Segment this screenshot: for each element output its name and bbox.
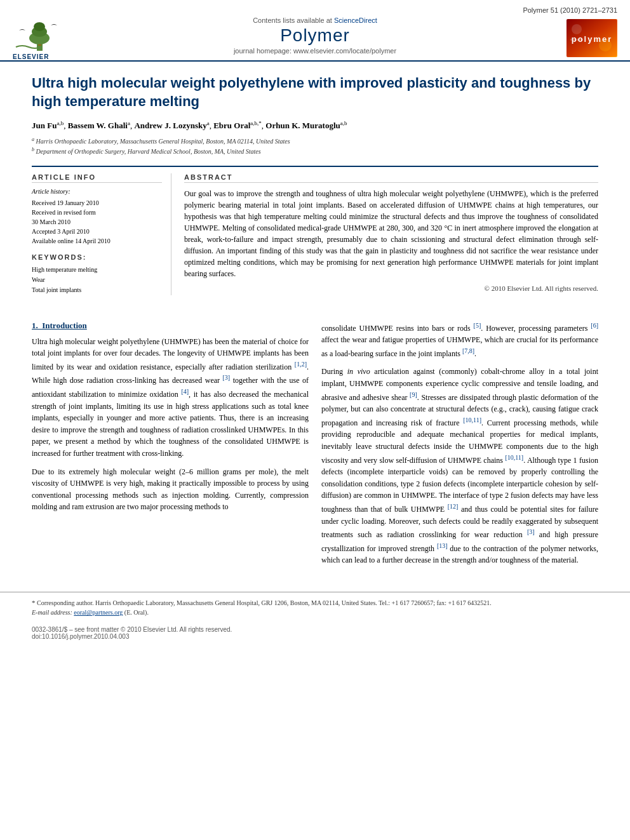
ref-5: [5]	[474, 322, 481, 329]
affiliation-a: a Harris Orthopaedic Laboratory, Massach…	[32, 136, 598, 146]
author-andrew: Andrew J. Lozynsky	[134, 121, 206, 131]
journal-header: Polymer 51 (2010) 2721–2731	[0, 0, 630, 62]
sciencedirect-line: Contents lists available at ScienceDirec…	[83, 17, 547, 24]
keywords-section: Keywords: High temperature melting Wear …	[32, 253, 162, 295]
ref-6: [6]	[591, 322, 598, 329]
email-link[interactable]: eoral@partners.org	[74, 609, 123, 616]
abstract-text: Our goal was to improve the strength and…	[184, 188, 598, 279]
article-history: Article history: Received 19 January 201…	[32, 187, 162, 246]
ref-1-2: [1,2]	[295, 361, 307, 368]
keywords-list: High temperature melting Wear Total join…	[32, 265, 162, 295]
ref-10-11: [10,11]	[463, 417, 481, 423]
journal-center: Contents lists available at ScienceDirec…	[70, 17, 560, 55]
right-para-1: consolidate UHMWPE resins into bars or r…	[321, 321, 598, 360]
elsevier-tree-icon	[13, 19, 67, 52]
author-jun-fu: Jun Fu	[32, 121, 57, 131]
ref-4: [4]	[181, 388, 189, 395]
authors-line: Jun Fua,b, Bassem W. Ghalia, Andrew J. L…	[32, 119, 598, 132]
svg-point-6	[572, 24, 582, 34]
article-info-abstract: ARTICLE INFO Article history: Received 1…	[32, 166, 598, 295]
abstract-col: ABSTRACT Our goal was to improve the str…	[184, 173, 598, 295]
footer-doi: doi:10.1016/j.polymer.2010.04.003	[32, 633, 598, 640]
elsevier-label: ELSEVIER	[13, 53, 49, 60]
right-para-2: During in vivo articulation against (com…	[321, 366, 598, 566]
footer: 0032-3861/$ – see front matter © 2010 El…	[0, 623, 630, 643]
email-note: E-mail address: eoral@partners.org (E. O…	[32, 608, 598, 617]
ref-12: [12]	[448, 503, 459, 510]
article-info-title: ARTICLE INFO	[32, 173, 162, 183]
author-orhun: Orhun K. Muratoglu	[265, 121, 340, 131]
body-right-col: consolidate UHMWPE resins into bars or r…	[321, 321, 598, 573]
body-left-col: 1. Introduction Ultra high molecular wei…	[32, 321, 309, 573]
svg-text:polymer: polymer	[572, 34, 613, 44]
history-received: Received 19 January 2010	[32, 199, 99, 206]
intro-para-2: Due to its extremely high molecular weig…	[32, 466, 309, 513]
main-content: Ultra high molecular weight polyethylene…	[0, 62, 630, 321]
polymer-logo-box: polymer	[560, 17, 617, 57]
affiliation-b: b Department of Orthopedic Surgery, Harv…	[32, 146, 598, 156]
abstract-title: ABSTRACT	[184, 173, 598, 183]
journal-name-header: Polymer	[83, 25, 547, 46]
sciencedirect-link[interactable]: ScienceDirect	[334, 17, 377, 24]
intro-title: 1. Introduction	[32, 321, 309, 331]
polymer-logo-icon: polymer	[566, 19, 617, 57]
keywords-title: Keywords:	[32, 253, 162, 262]
ref-10-11b: [10,11]	[505, 454, 523, 461]
footer-copyright: 0032-3861/$ – see front matter © 2010 El…	[32, 626, 598, 633]
author-bassem: Bassem W. Ghali	[68, 121, 128, 131]
ref-3b: [3]	[527, 528, 535, 535]
history-revised-label: Received in revised form	[32, 209, 96, 216]
journal-url: journal homepage: www.elsevier.com/locat…	[83, 47, 547, 55]
history-online: Available online 14 April 2010	[32, 237, 111, 244]
author-ebru: Ebru Oral	[213, 121, 250, 131]
history-label: Article history:	[32, 187, 162, 196]
affiliations: a Harris Orthopaedic Laboratory, Massach…	[32, 136, 598, 157]
keyword-3: Total joint implants	[32, 285, 162, 295]
ref-3: [3]	[223, 374, 231, 381]
citation-text: Polymer 51 (2010) 2721–2731	[523, 6, 617, 14]
footnotes: * Corresponding author. Harris Orthopaed…	[0, 592, 630, 624]
article-title: Ultra high molecular weight polyethylene…	[32, 74, 598, 110]
keyword-1: High temperature melting	[32, 265, 162, 275]
ref-7-8: [7,8]	[462, 347, 474, 354]
keyword-2: Wear	[32, 275, 162, 285]
history-accepted: Accepted 3 April 2010	[32, 228, 90, 235]
corresponding-author-note: * Corresponding author. Harris Orthopaed…	[32, 597, 598, 608]
copyright-line: © 2010 Elsevier Ltd. All rights reserved…	[184, 284, 598, 292]
history-revised-date: 30 March 2010	[32, 218, 70, 225]
page: Polymer 51 (2010) 2721–2731	[0, 0, 630, 840]
body-content: 1. Introduction Ultra high molecular wei…	[0, 321, 630, 585]
ref-9: [9]	[410, 391, 417, 398]
elsevier-logo: ELSEVIER	[13, 17, 70, 60]
intro-para-1: Ultra high molecular weight polyethylene…	[32, 336, 309, 460]
article-info-col: ARTICLE INFO Article history: Received 1…	[32, 173, 171, 295]
svg-point-4	[34, 22, 45, 31]
ref-13: [13]	[437, 542, 448, 549]
